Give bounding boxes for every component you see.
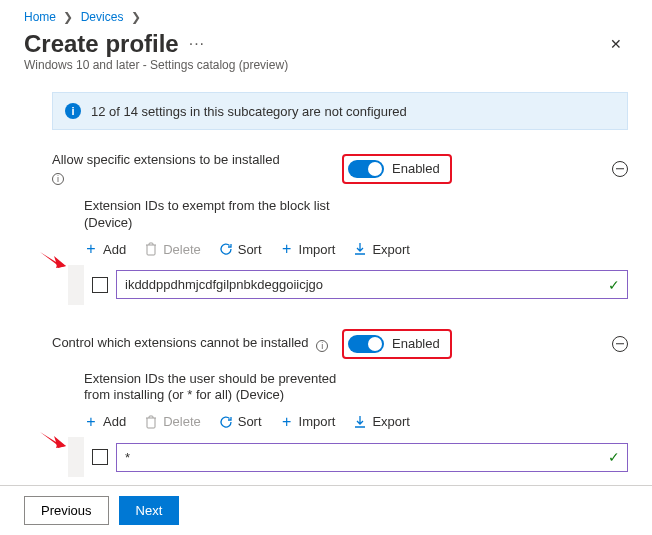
extension-id-input-2[interactable] — [116, 443, 628, 472]
delete-button: Delete — [144, 242, 201, 257]
allow-extensions-toggle[interactable] — [348, 160, 384, 178]
plus-icon: + — [84, 415, 98, 429]
row-checkbox[interactable] — [92, 449, 108, 465]
export-button[interactable]: Export — [353, 414, 410, 429]
breadcrumb-devices[interactable]: Devices — [81, 10, 124, 24]
chevron-right-icon: ❯ — [127, 10, 145, 24]
sort-button[interactable]: Sort — [219, 242, 262, 257]
delete-button: Delete — [144, 414, 201, 429]
info-circle-icon[interactable]: i — [52, 173, 64, 185]
import-button[interactable]: +Import — [280, 242, 336, 257]
trash-icon — [144, 415, 158, 429]
add-button[interactable]: +Add — [84, 414, 126, 429]
remove-setting-icon[interactable] — [612, 336, 628, 352]
refresh-icon — [219, 415, 233, 429]
prevent-ids-label: Extension IDs the user should be prevent… — [52, 361, 352, 411]
plus-icon: + — [280, 415, 294, 429]
exempt-ids-label: Extension IDs to exempt from the block l… — [52, 188, 352, 238]
sort-button[interactable]: Sort — [219, 414, 262, 429]
breadcrumb: Home ❯ Devices ❯ — [0, 0, 652, 26]
info-icon: i — [65, 103, 81, 119]
add-button[interactable]: +Add — [84, 242, 126, 257]
next-button[interactable]: Next — [119, 496, 180, 525]
extension-id-input[interactable] — [116, 270, 628, 299]
highlight-box: Enabled — [342, 329, 452, 359]
setting-allow-extensions-label: Allow specific extensions to be installe… — [52, 152, 280, 167]
plus-icon: + — [84, 242, 98, 256]
trash-icon — [144, 242, 158, 256]
close-icon[interactable]: ✕ — [604, 30, 628, 58]
chevron-right-icon: ❯ — [59, 10, 77, 24]
breadcrumb-home[interactable]: Home — [24, 10, 56, 24]
row-checkbox[interactable] — [92, 277, 108, 293]
annotation-arrow-icon — [36, 248, 68, 270]
export-button[interactable]: Export — [353, 242, 410, 257]
refresh-icon — [219, 242, 233, 256]
page-subtitle: Windows 10 and later - Settings catalog … — [0, 58, 652, 80]
setting-control-extensions-label: Control which extensions cannot be insta… — [52, 335, 309, 350]
download-icon — [353, 415, 367, 429]
toggle-label: Enabled — [392, 161, 440, 176]
more-icon[interactable]: ··· — [189, 35, 205, 53]
plus-icon: + — [280, 242, 294, 256]
download-icon — [353, 242, 367, 256]
info-banner-text: 12 of 14 settings in this subcategory ar… — [91, 104, 407, 119]
previous-button[interactable]: Previous — [24, 496, 109, 525]
control-extensions-toggle[interactable] — [348, 335, 384, 353]
toggle-label: Enabled — [392, 336, 440, 351]
info-banner: i 12 of 14 settings in this subcategory … — [52, 92, 628, 130]
highlight-box: Enabled — [342, 154, 452, 184]
import-button[interactable]: +Import — [280, 414, 336, 429]
page-title: Create profile — [24, 30, 179, 58]
checkmark-icon: ✓ — [608, 449, 620, 465]
annotation-arrow-icon — [36, 428, 68, 450]
info-circle-icon[interactable]: i — [316, 340, 328, 352]
checkmark-icon: ✓ — [608, 277, 620, 293]
remove-setting-icon[interactable] — [612, 161, 628, 177]
